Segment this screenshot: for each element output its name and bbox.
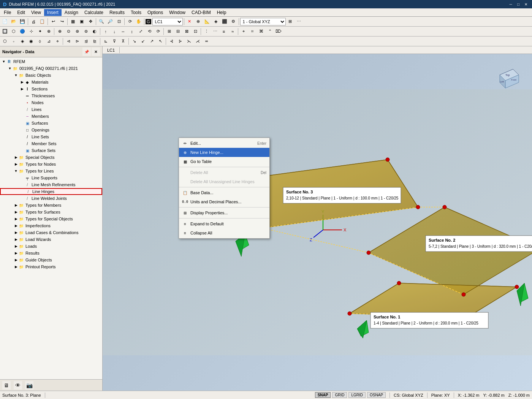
tree-line-mesh-ref[interactable]: / Line Mesh Refinements [0, 181, 102, 188]
tb2-17[interactable]: ⟲ [145, 27, 154, 36]
sec-arrow[interactable]: ▶ [20, 87, 24, 91]
tb-print2[interactable]: 📋 [38, 17, 46, 26]
tree-surfaces[interactable]: ▣ Surfaces [0, 120, 102, 127]
tb3-15[interactable]: ↘ [130, 37, 138, 46]
tb-zoom-in[interactable]: 🔍 [97, 17, 106, 26]
tsp-arrow[interactable]: ▶ [14, 217, 18, 221]
tb2-9[interactable]: ⊛ [73, 27, 81, 36]
tree-membersets[interactable]: / Member Sets [0, 140, 102, 147]
tree-sections[interactable]: ▶ I Sections [0, 86, 102, 92]
menu-cadbim[interactable]: CAD-BIM [188, 9, 214, 16]
tb3-12[interactable]: ⊾ [101, 37, 110, 46]
mat-arrow[interactable]: ▶ [20, 80, 24, 84]
ctx-units[interactable]: 0.0 Units and Decimal Places... [179, 197, 269, 206]
minimize-button[interactable]: ─ [508, 1, 514, 7]
nav-foot-view[interactable]: 👁 [14, 381, 22, 390]
tb2-28[interactable]: ⌗ [248, 27, 256, 36]
tree-root-rfem[interactable]: ▼ R RFEM [0, 58, 102, 65]
tb-redo[interactable]: ↪ [58, 17, 66, 26]
tb2-25[interactable]: ≡ [220, 27, 228, 36]
lgrid-button[interactable]: LGRID [348, 392, 366, 398]
tb2-31[interactable]: ⌦ [274, 27, 283, 36]
tb3-6[interactable]: ⊿ [44, 37, 53, 46]
ctx-base-data[interactable]: 📋 Base Data... [179, 188, 269, 197]
ctx-delete-all[interactable]: Delete All Del [179, 168, 269, 177]
ctx-goto-table[interactable]: ▦ Go to Table [179, 157, 269, 166]
tree-surfacesets[interactable]: ▣ Surface Sets [0, 147, 102, 154]
tb2-5[interactable]: ✦ [36, 27, 44, 36]
tb3-18[interactable]: ↖ [156, 37, 165, 46]
tree-special-objects[interactable]: ▶ 📁 Special Objects [0, 154, 102, 161]
tb-coord-btn[interactable]: ⊞ [286, 17, 294, 26]
tb-zoom-out[interactable]: 🔎 [106, 17, 114, 26]
tb2-1[interactable]: 🔲 [1, 27, 9, 36]
menu-view[interactable]: View [28, 9, 44, 16]
tb3-21[interactable]: ⋋ [185, 37, 193, 46]
tb2-27[interactable]: ⌖ [239, 27, 248, 36]
tb2-12[interactable]: ↑ [101, 27, 110, 36]
menu-edit[interactable]: Edit [14, 9, 28, 16]
tree-nodes[interactable]: • Nodes [0, 99, 102, 106]
tree-linesets[interactable]: / Line Sets [0, 133, 102, 140]
tb2-2[interactable]: ⬡ [10, 27, 18, 36]
osnap-button[interactable]: OSNAP [367, 392, 386, 398]
tb-new[interactable]: 📄 [1, 17, 9, 26]
tree-printout[interactable]: ▶ 📁 Printout Reports [0, 263, 102, 270]
tb2-18[interactable]: ⟳ [154, 27, 162, 36]
tree-guide-objects[interactable]: ▶ 📁 Guide Objects [0, 256, 102, 263]
menu-assign[interactable]: Assign [62, 9, 81, 16]
tb3-3[interactable]: ◈ [18, 37, 27, 46]
menu-file[interactable]: File [1, 9, 14, 16]
tb2-21[interactable]: ⊠ [182, 27, 191, 36]
tb3-4[interactable]: ◉ [27, 37, 35, 46]
tb2-23[interactable]: ⋮ [202, 27, 211, 36]
tb2-10[interactable]: ⊜ [82, 27, 90, 36]
tb-snap[interactable]: ⊕ [194, 17, 203, 26]
tb3-5[interactable]: ◊ [36, 37, 44, 46]
res-arrow[interactable]: ▶ [14, 251, 18, 255]
tb-rotate[interactable]: ⟳ [126, 17, 134, 26]
tb-move[interactable]: ✥ [86, 17, 95, 26]
tb3-16[interactable]: ↙ [139, 37, 147, 46]
tb2-3[interactable]: 🔵 [18, 27, 27, 36]
tb2-11[interactable]: ◐ [90, 27, 99, 36]
tb2-14[interactable]: ↔ [119, 27, 127, 36]
viewport-canvas[interactable]: Top Left Front [103, 54, 532, 391]
nav-pin-button[interactable]: 📌 [82, 48, 91, 56]
ctx-edit[interactable]: ✏ Edit... Enter [179, 139, 269, 148]
menu-results[interactable]: Results [106, 9, 128, 16]
tb3-8[interactable]: ⊲ [64, 37, 73, 46]
tree-results[interactable]: ▶ 📁 Results [0, 250, 102, 256]
tb-render[interactable]: ◈ [212, 17, 220, 26]
tree-members[interactable]: ─ Members [0, 113, 102, 120]
tb2-19[interactable]: ⊞ [165, 27, 173, 36]
tb-select2[interactable]: ▣ [78, 17, 86, 26]
lc-dropdown[interactable]: LC1 [152, 18, 183, 25]
tree-types-nodes[interactable]: ▶ 📁 Types for Nodes [0, 161, 102, 168]
tl-arrow[interactable]: ▼ [14, 169, 18, 173]
tb3-13[interactable]: ⊽ [110, 37, 119, 46]
tb3-23[interactable]: ⋍ [202, 37, 211, 46]
tree-types-members[interactable]: ▶ 📁 Types for Members [0, 202, 102, 209]
tb-settings[interactable]: ⚙ [229, 17, 238, 26]
tree-types-lines[interactable]: ▼ 📁 Types for Lines [0, 168, 102, 174]
tb2-22[interactable]: ⊡ [191, 27, 200, 36]
ctx-display-props[interactable]: ⊞ Display Properties... [179, 208, 269, 217]
tb-delete[interactable]: ✕ [185, 17, 194, 26]
tb2-26[interactable]: ≈ [228, 27, 237, 36]
tb3-19[interactable]: ⊰ [167, 37, 176, 46]
file-arrow[interactable]: ▼ [8, 66, 12, 70]
tree-line-hinges[interactable]: / Line Hinges [0, 188, 102, 195]
tm-arrow[interactable]: ▶ [14, 203, 18, 207]
rfem-arrow[interactable]: ▼ [2, 60, 6, 63]
tb2-4[interactable]: ⊹ [27, 27, 35, 36]
tb2-20[interactable]: ⊟ [174, 27, 182, 36]
ctx-collapse-all[interactable]: ≡ Collapse All [179, 228, 269, 238]
tn-arrow[interactable]: ▶ [14, 162, 18, 166]
tb-print[interactable]: 🖨 [29, 17, 38, 26]
viewport-tab-lc1[interactable]: LC1 [103, 47, 120, 53]
tree-file-node[interactable]: ▼ 📁 001995_FAQ 000271.rf6 | 2021 [0, 65, 102, 72]
nav-close-button[interactable]: ✕ [92, 48, 100, 56]
tree-lines[interactable]: / Lines [0, 106, 102, 113]
imp-arrow[interactable]: ▶ [14, 224, 18, 228]
